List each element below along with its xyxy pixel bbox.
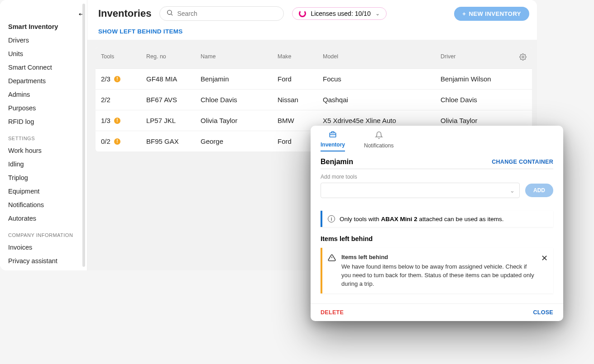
nav-section-settings: SETTINGS <box>0 128 87 144</box>
cell-regno: GF48 MIA <box>146 75 201 83</box>
panel-name-row: Benjamin CHANGE CONTAINER <box>321 158 553 169</box>
sidebar-item[interactable]: Departments <box>0 74 87 88</box>
sidebar-item[interactable]: Notifications <box>0 198 87 212</box>
cell-regno: LP57 JKL <box>146 117 201 124</box>
chevron-down-icon: ⌄ <box>375 10 380 17</box>
close-button[interactable]: CLOSE <box>533 309 553 316</box>
warning-dot-icon: ! <box>114 76 120 82</box>
search-icon <box>166 9 173 18</box>
col-tools: Tools <box>101 53 146 62</box>
sidebar-item[interactable]: Work hours <box>0 144 87 157</box>
info-text: Only tools with ABAX Mini 2 attached can… <box>340 216 503 222</box>
info-bar: i Only tools with ABAX Mini 2 attached c… <box>321 211 553 227</box>
licenses-label: Licenses used: 10/10 <box>311 10 370 17</box>
chevron-down-icon: ⌄ <box>510 187 515 194</box>
cell-tools: 2/3! <box>101 75 146 83</box>
cell-model: Qashqai <box>323 96 441 104</box>
delete-button[interactable]: DELETE <box>321 309 344 316</box>
sidebar-item[interactable]: Drivers <box>0 33 87 47</box>
table-row[interactable]: 2/2BF67 AVSChloe DavisNissanQashqaiChloe… <box>96 90 532 110</box>
add-button[interactable]: ADD <box>525 184 553 197</box>
warning-bar: Items left behind We have found items be… <box>321 248 553 293</box>
svg-point-0 <box>168 10 172 14</box>
warning-body: Items left behind We have found items be… <box>341 253 536 288</box>
tab-inventory[interactable]: Inventory <box>321 130 345 151</box>
warning-message: We have found items below to be away fro… <box>341 263 534 287</box>
sidebar-item[interactable]: RFID log <box>0 115 87 128</box>
items-left-behind-heading: Items left behind <box>321 235 553 242</box>
sidebar-item[interactable]: Smart Inventory <box>0 20 87 33</box>
panel-body: Benjamin CHANGE CONTAINER Add more tools… <box>311 151 563 303</box>
sidebar-item[interactable]: Invoices <box>0 241 87 254</box>
plus-icon: + <box>462 10 466 17</box>
sidebar-item[interactable]: Privacy assistant <box>0 254 87 268</box>
page-header: Inventories Licenses used: 10/10 ⌄ + NEW… <box>87 0 537 24</box>
cell-name: George <box>201 137 278 145</box>
inventory-detail-panel: Inventory Notifications Benjamin CHANGE … <box>311 126 563 321</box>
cell-tools: 1/3! <box>101 117 146 124</box>
sidebar-scrollbar[interactable] <box>82 4 85 267</box>
tab-notifications-label: Notifications <box>364 142 393 149</box>
cell-make: Nissan <box>278 96 323 104</box>
sidebar-item[interactable]: Autorates <box>0 212 87 225</box>
cell-driver: Benjamin Wilson <box>441 75 508 83</box>
svg-line-1 <box>171 14 172 15</box>
bell-icon <box>375 131 383 141</box>
cell-make: Ford <box>278 75 323 83</box>
sidebar-item[interactable]: Admins <box>0 88 87 101</box>
warning-dot-icon: ! <box>114 118 120 124</box>
col-make: Make <box>278 53 323 62</box>
svg-point-2 <box>522 56 524 58</box>
table-row[interactable]: 2/3!GF48 MIABenjaminFordFocusBenjamin Wi… <box>96 69 532 90</box>
info-icon: i <box>328 215 335 222</box>
licenses-pill[interactable]: Licenses used: 10/10 ⌄ <box>292 7 386 20</box>
nav-section-company: COMPANY INFORMATION <box>0 225 87 241</box>
col-model: Model <box>323 53 441 62</box>
warning-dot-icon: ! <box>114 138 120 145</box>
new-inventory-label: NEW INVENTORY <box>469 10 521 17</box>
add-tools-select[interactable]: ⌄ <box>321 183 520 198</box>
cell-tools: 2/2 <box>101 96 146 104</box>
cell-name: Chloe Davis <box>201 96 278 104</box>
cell-regno: BF67 AVS <box>146 96 201 104</box>
back-arrow-icon[interactable]: ← <box>77 8 87 20</box>
panel-tabs: Inventory Notifications <box>311 126 563 151</box>
search-input[interactable] <box>177 10 277 17</box>
page-title: Inventories <box>98 8 151 19</box>
cell-model: X5 Xdrive45e Xline Auto <box>323 117 441 124</box>
add-row: ⌄ ADD <box>321 183 553 198</box>
warning-icon <box>328 254 336 288</box>
add-tools-label: Add more tools <box>321 174 553 180</box>
cell-driver: Chloe Davis <box>441 96 508 104</box>
table-header: Tools Reg. no Name Make Model Driver <box>96 47 532 69</box>
col-driver: Driver <box>441 53 508 62</box>
new-inventory-button[interactable]: + NEW INVENTORY <box>454 7 529 21</box>
sidebar-item[interactable]: Units <box>0 47 87 61</box>
sidebar-item[interactable]: Purposes <box>0 101 87 115</box>
sidebar-item[interactable]: Equipment <box>0 184 87 198</box>
panel-inventory-name: Benjamin <box>321 158 353 166</box>
cell-driver: Olivia Taylor <box>441 117 508 124</box>
col-regno: Reg. no <box>146 53 201 62</box>
cell-make: BMW <box>278 117 323 124</box>
col-name: Name <box>201 53 278 62</box>
cell-name: Olivia Taylor <box>201 117 278 124</box>
tab-notifications[interactable]: Notifications <box>364 131 393 151</box>
show-left-behind-link[interactable]: SHOW LEFT BEHIND ITEMS <box>98 28 183 35</box>
cell-model: Focus <box>323 75 441 83</box>
cell-regno: BF95 GAX <box>146 137 201 145</box>
warning-title: Items left behind <box>341 253 536 262</box>
sidebar-item[interactable]: Idling <box>0 157 87 171</box>
sidebar-item[interactable]: Triplog <box>0 171 87 184</box>
spinner-icon <box>299 10 306 17</box>
change-container-link[interactable]: CHANGE CONTAINER <box>492 159 553 165</box>
sub-header: SHOW LEFT BEHIND ITEMS <box>87 24 537 40</box>
panel-footer: DELETE CLOSE <box>311 303 563 321</box>
tab-inventory-label: Inventory <box>321 142 345 148</box>
search-box[interactable] <box>159 6 284 21</box>
cell-name: Benjamin <box>201 75 278 83</box>
sidebar-item[interactable]: Smart Connect <box>0 61 87 74</box>
close-icon[interactable]: ✕ <box>541 253 548 288</box>
gear-icon[interactable] <box>508 53 527 62</box>
sidebar: ← Smart InventoryDriversUnitsSmart Conne… <box>0 0 87 270</box>
